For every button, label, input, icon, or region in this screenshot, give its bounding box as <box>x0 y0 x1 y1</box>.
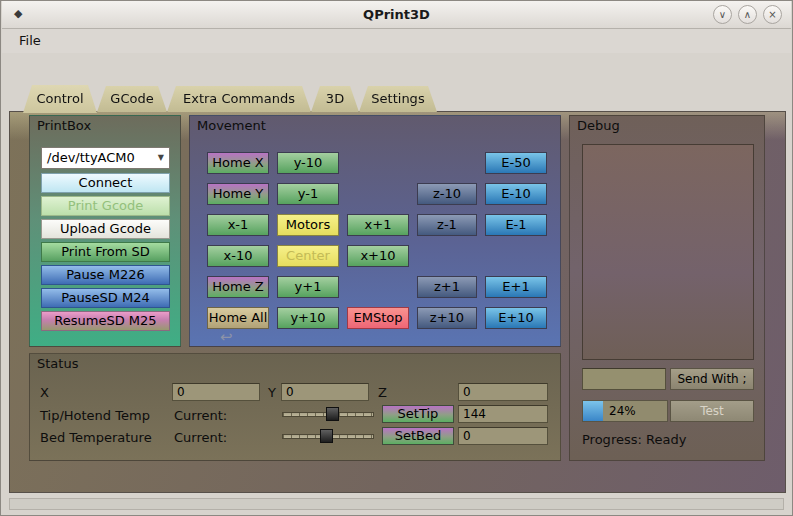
tip-slider-handle[interactable] <box>326 407 339 421</box>
tab-extra-commands[interactable]: Extra Commands <box>167 86 311 112</box>
x-minus10-button[interactable]: x-10 <box>207 245 269 267</box>
app-window: ◆ QPrint3D ∨ ∧ × File Control GCode Extr… <box>0 0 793 516</box>
test-button[interactable]: Test <box>670 400 754 422</box>
bottom-resize-strip[interactable] <box>9 498 784 510</box>
menubar: File <box>2 29 791 53</box>
motors-button[interactable]: Motors <box>277 214 339 236</box>
tab-3d[interactable]: 3D <box>311 86 359 112</box>
progress-percent: 24% <box>609 401 636 421</box>
printbox-frame-title: PrintBox <box>37 118 91 133</box>
home-x-button[interactable]: Home X <box>207 152 269 174</box>
bed-current-label: Current: <box>174 430 227 445</box>
y-minus1-button[interactable]: y-1 <box>277 183 339 205</box>
home-y-button[interactable]: Home Y <box>207 183 269 205</box>
close-button[interactable]: × <box>763 5 782 24</box>
y-plus1-button[interactable]: y+1 <box>277 276 339 298</box>
tip-temp-slider[interactable] <box>282 406 374 422</box>
z-minus1-button[interactable]: z-1 <box>417 214 477 236</box>
chevron-down-icon: ▼ <box>158 148 164 168</box>
debug-frame-title: Debug <box>577 118 620 133</box>
maximize-button[interactable]: ∧ <box>738 5 757 24</box>
e-plus1-button[interactable]: E+1 <box>485 276 547 298</box>
debug-console[interactable] <box>582 144 754 360</box>
z-plus1-button[interactable]: z+1 <box>417 276 477 298</box>
e-minus50-button[interactable]: E-50 <box>485 152 547 174</box>
y-plus10-button[interactable]: y+10 <box>277 307 339 329</box>
bed-temp-label: Bed Temperature <box>40 430 152 445</box>
bed-temp-slider[interactable] <box>282 428 374 444</box>
undo-arrow-icon: ↩ <box>220 328 233 346</box>
upload-gcode-button[interactable]: Upload Gcode <box>41 219 170 239</box>
pausesd-m24-button[interactable]: PauseSD M24 <box>41 288 170 308</box>
shade-button[interactable]: ∨ <box>713 5 732 24</box>
y-position-field[interactable] <box>281 383 369 401</box>
x-position-field[interactable] <box>172 383 260 401</box>
y-label: Y <box>268 385 276 400</box>
z-label: Z <box>378 385 387 400</box>
tip-temp-field[interactable] <box>458 405 548 423</box>
print-from-sd-button[interactable]: Print From SD <box>41 242 170 262</box>
movement-grid: Home X y-10 E-50 Home Y y-1 z-10 E-10 x-… <box>207 152 547 329</box>
menu-file[interactable]: File <box>10 31 50 50</box>
window-title: QPrint3D <box>2 7 791 22</box>
tab-settings[interactable]: Settings <box>359 86 437 112</box>
status-frame-title: Status <box>37 356 78 371</box>
movement-frame: Movement Home X y-10 E-50 Home Y y-1 z-1… <box>189 115 561 347</box>
z-minus10-button[interactable]: z-10 <box>417 183 477 205</box>
printbox-frame: PrintBox /dev/ttyACM0 ▼ Connect Print Gc… <box>29 115 181 347</box>
progress-fill <box>583 401 603 421</box>
emstop-button[interactable]: EMStop <box>347 307 409 329</box>
pause-m226-button[interactable]: Pause M226 <box>41 265 170 285</box>
bed-temp-field[interactable] <box>458 427 548 445</box>
z-plus10-button[interactable]: z+10 <box>417 307 477 329</box>
e-minus1-button[interactable]: E-1 <box>485 214 547 236</box>
x-label: X <box>40 385 49 400</box>
set-bed-button[interactable]: SetBed <box>382 427 454 445</box>
resumesd-m25-button[interactable]: ResumeSD M25 <box>41 311 170 331</box>
serial-port-value: /dev/ttyACM0 <box>47 150 135 165</box>
set-tip-button[interactable]: SetTip <box>382 405 454 423</box>
z-position-field[interactable] <box>458 383 548 401</box>
status-frame: Status X Y Z Tip/Hotend Temp Current: Se… <box>29 353 561 461</box>
movement-frame-title: Movement <box>197 118 266 133</box>
serial-port-select[interactable]: /dev/ttyACM0 ▼ <box>41 147 170 169</box>
send-with-semicolon-button[interactable]: Send With ; <box>670 368 754 390</box>
center-button[interactable]: Center <box>277 245 339 267</box>
debug-frame: Debug Send With ; 24% Test Progress: Rea… <box>569 115 765 461</box>
tip-current-label: Current: <box>174 408 227 423</box>
print-gcode-button[interactable]: Print Gcode <box>41 196 170 216</box>
home-z-button[interactable]: Home Z <box>207 276 269 298</box>
bed-slider-handle[interactable] <box>320 429 333 443</box>
connect-button[interactable]: Connect <box>41 173 170 193</box>
progress-status-text: Progress: Ready <box>582 432 686 447</box>
x-plus10-button[interactable]: x+10 <box>347 245 409 267</box>
tab-gcode[interactable]: GCode <box>97 86 167 112</box>
titlebar[interactable]: ◆ QPrint3D ∨ ∧ × <box>2 1 791 29</box>
gcode-command-input[interactable] <box>582 368 666 390</box>
progress-bar: 24% <box>582 400 668 422</box>
e-plus10-button[interactable]: E+10 <box>485 307 547 329</box>
x-plus1-button[interactable]: x+1 <box>347 214 409 236</box>
x-minus1-button[interactable]: x-1 <box>207 214 269 236</box>
home-all-button[interactable]: Home All <box>207 307 269 329</box>
tip-temp-label: Tip/Hotend Temp <box>40 408 150 423</box>
e-minus10-button[interactable]: E-10 <box>485 183 547 205</box>
tab-control[interactable]: Control <box>23 85 97 113</box>
y-minus10-button[interactable]: y-10 <box>277 152 339 174</box>
